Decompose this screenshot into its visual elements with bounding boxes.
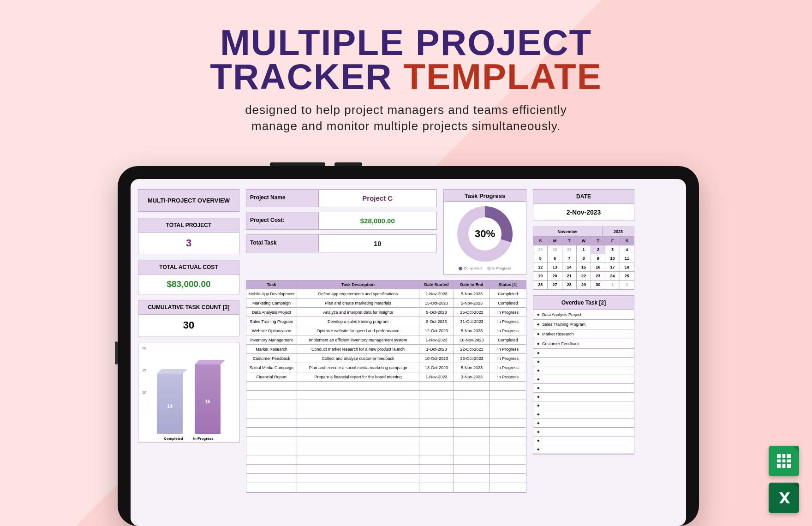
table-row[interactable] — [246, 391, 526, 400]
cal-day[interactable]: 29 — [533, 245, 548, 254]
cal-day[interactable]: 28 — [562, 281, 577, 289]
cell[interactable]: 22-Oct-2023 — [454, 345, 490, 354]
cell[interactable]: 1-Nov-2023 — [419, 335, 454, 345]
cell[interactable] — [419, 483, 454, 492]
cal-day[interactable]: 26 — [533, 281, 548, 289]
cell[interactable] — [419, 391, 454, 400]
cell[interactable] — [490, 409, 526, 418]
cell[interactable] — [454, 428, 490, 437]
cal-day[interactable]: 18 — [620, 263, 634, 272]
cell[interactable]: 10-Nov-2023 — [454, 335, 490, 345]
cell[interactable]: 15-Oct-2023 — [419, 299, 454, 308]
cell[interactable]: In Progress — [490, 363, 526, 372]
cal-day[interactable]: 30 — [548, 245, 562, 254]
table-row[interactable] — [246, 409, 526, 418]
cal-day[interactable]: 13 — [548, 263, 562, 272]
cell[interactable] — [297, 400, 419, 409]
cell[interactable]: 1-Nov-2023 — [419, 289, 454, 299]
cell[interactable]: 12-Oct-2023 — [419, 326, 454, 335]
cell[interactable] — [246, 474, 297, 483]
cell[interactable]: Completed — [490, 299, 526, 308]
cell[interactable] — [419, 446, 454, 455]
cell[interactable]: Financial Report — [246, 372, 297, 382]
cell[interactable] — [246, 382, 297, 391]
cal-day[interactable]: 25 — [620, 272, 634, 281]
cal-day[interactable]: 20 — [548, 272, 562, 281]
cell[interactable]: Website Optimization — [246, 326, 297, 335]
cell[interactable]: Completed — [490, 335, 526, 345]
cell[interactable] — [454, 382, 490, 391]
cell[interactable]: Marketing Campaign — [246, 299, 297, 308]
cal-day[interactable]: 16 — [591, 263, 605, 272]
cell[interactable]: 3-Nov-2023 — [454, 372, 490, 382]
cell[interactable]: Mobile App Development — [246, 289, 297, 299]
cell[interactable] — [454, 446, 490, 455]
table-row[interactable]: Financial ReportPrepare a financial repo… — [246, 372, 526, 382]
cell[interactable]: Prepare a financial report for the board… — [297, 372, 419, 382]
cell[interactable] — [490, 418, 526, 428]
cell[interactable]: Develop a sales training program — [297, 317, 419, 326]
cal-day[interactable]: 29 — [577, 281, 591, 289]
cell[interactable] — [419, 428, 454, 437]
cal-day[interactable]: 15 — [577, 263, 591, 272]
cal-day[interactable]: 14 — [562, 263, 577, 272]
cell[interactable]: 5-Nov-2023 — [454, 363, 490, 372]
cell[interactable] — [246, 446, 297, 455]
cell[interactable] — [454, 400, 490, 409]
cal-day[interactable]: 8 — [577, 254, 591, 263]
table-row[interactable] — [246, 428, 526, 437]
cell[interactable]: In Progress — [490, 354, 526, 363]
cal-day[interactable]: 1 — [605, 281, 620, 289]
cell[interactable] — [490, 474, 526, 483]
cal-day[interactable]: 27 — [548, 281, 562, 289]
cal-day[interactable]: 31 — [562, 245, 577, 254]
cal-day[interactable]: 22 — [577, 272, 591, 281]
cell[interactable]: Conduct market research for a new produc… — [297, 345, 419, 354]
table-row[interactable]: Customer FeedbackCollect and analyze cus… — [246, 354, 526, 363]
cell[interactable]: 1-Nov-2023 — [419, 372, 454, 382]
cell[interactable] — [454, 409, 490, 418]
table-row[interactable]: Sales Training ProgramDevelop a sales tr… — [246, 317, 526, 326]
cell[interactable]: Market Research — [246, 345, 297, 354]
table-row[interactable] — [246, 418, 526, 428]
cell[interactable] — [246, 465, 297, 474]
cal-day[interactable]: 12 — [533, 263, 548, 272]
cell[interactable] — [454, 391, 490, 400]
cell[interactable]: Sales Training Program — [246, 317, 297, 326]
table-row[interactable] — [246, 437, 526, 446]
cell[interactable] — [454, 483, 490, 492]
cal-day[interactable]: 3 — [605, 245, 620, 254]
table-row[interactable] — [246, 474, 526, 483]
cell[interactable] — [297, 428, 419, 437]
cell[interactable] — [297, 391, 419, 400]
cal-day[interactable]: 24 — [605, 272, 620, 281]
cell[interactable] — [419, 474, 454, 483]
table-row[interactable] — [246, 465, 526, 474]
cal-day[interactable]: 9 — [591, 254, 605, 263]
cell[interactable] — [490, 391, 526, 400]
table-row[interactable]: Marketing CampaignPlan and create market… — [246, 299, 526, 308]
cell[interactable] — [297, 455, 419, 465]
cell[interactable]: Social Media Campaign — [246, 363, 297, 372]
cell[interactable] — [246, 437, 297, 446]
cal-day[interactable]: 11 — [620, 254, 634, 263]
cell[interactable]: 31-Oct-2023 — [454, 317, 490, 326]
cell[interactable] — [490, 437, 526, 446]
cell[interactable]: In Progress — [490, 372, 526, 382]
cell[interactable] — [297, 465, 419, 474]
table-row[interactable] — [246, 400, 526, 409]
cell[interactable] — [454, 418, 490, 428]
cal-day[interactable]: 4 — [620, 245, 634, 254]
table-row[interactable] — [246, 455, 526, 465]
project-name-value[interactable]: Project C — [319, 190, 436, 207]
cell[interactable]: Inventory Management — [246, 335, 297, 345]
cell[interactable] — [490, 446, 526, 455]
cell[interactable] — [419, 437, 454, 446]
cell[interactable] — [454, 474, 490, 483]
cell[interactable] — [246, 409, 297, 418]
cell[interactable] — [454, 455, 490, 465]
cell[interactable]: In Progress — [490, 308, 526, 317]
cell[interactable]: Plan and execute a social media marketin… — [297, 363, 419, 372]
cell[interactable] — [419, 400, 454, 409]
cell[interactable] — [490, 428, 526, 437]
